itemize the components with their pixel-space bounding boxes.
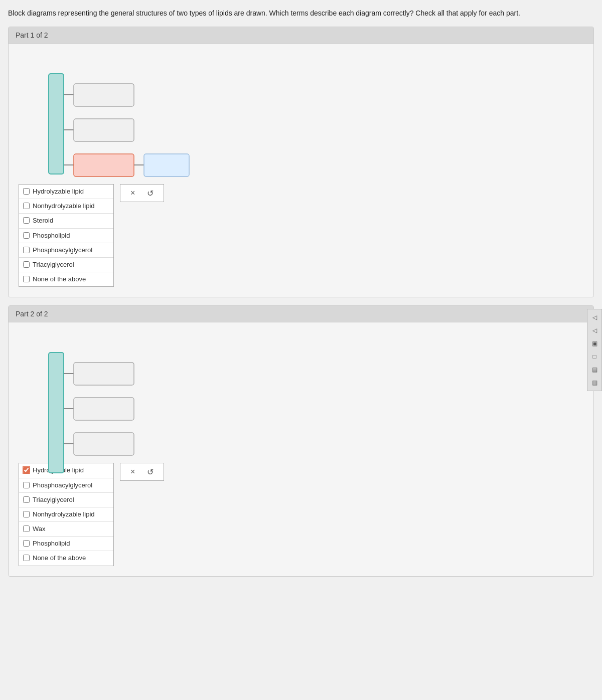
answer-area-1: Hydrolyzable lipidNonhydrolyzable lipidS… — [19, 184, 583, 287]
svg-rect-13 — [74, 398, 134, 420]
checkbox-p2_nonhydro[interactable] — [23, 511, 30, 517]
checkbox-p2_phosphoacyl[interactable] — [23, 482, 30, 488]
checkbox-p2_none[interactable] — [23, 555, 30, 561]
checkbox-label-p1_nonhydro: Nonhydrolyzable lipid — [33, 202, 95, 211]
checkbox-item-1-4[interactable]: Phospholipid — [19, 229, 113, 243]
part-1: Part 1 of 2Hydrolyzable lipidNonhydrolyz… — [8, 27, 594, 297]
sidebar-icon-6[interactable]: ▥ — [588, 377, 600, 389]
checkbox-p1_nonhydro[interactable] — [23, 203, 30, 209]
checkbox-label-p1_none: None of the above — [33, 275, 86, 284]
checkbox-p2_phospholipid[interactable] — [23, 540, 30, 547]
svg-rect-2 — [74, 84, 134, 106]
checkbox-item-2-2[interactable]: Phosphoacylglycerol — [19, 478, 113, 493]
checkbox-label-p2_nonhydro: Nonhydrolyzable lipid — [33, 510, 95, 519]
diagram-1 — [19, 54, 583, 174]
part-2-header: Part 2 of 2 — [9, 306, 593, 322]
svg-rect-9 — [49, 353, 64, 473]
svg-rect-6 — [74, 154, 134, 177]
checkbox-item-2-7[interactable]: None of the above — [19, 551, 113, 565]
checkbox-list-2: Hydrolyzable lipidPhosphoacylglycerolTri… — [19, 463, 114, 566]
part-1-header: Part 1 of 2 — [9, 27, 593, 44]
checkbox-label-p2_none: None of the above — [33, 554, 86, 563]
checkbox-item-1-7[interactable]: None of the above — [19, 272, 113, 286]
checkbox-item-2-5[interactable]: Wax — [19, 522, 113, 537]
checkbox-item-2-3[interactable]: Triacylglycerol — [19, 493, 113, 507]
checkbox-label-p2_phosphoacyl: Phosphoacylglycerol — [33, 481, 92, 490]
checkbox-item-1-3[interactable]: Steroid — [19, 214, 113, 228]
checkbox-label-p2_triacyl: Triacylglycerol — [33, 495, 74, 504]
sidebar-icon-4[interactable]: □ — [588, 351, 600, 363]
svg-rect-4 — [74, 119, 134, 141]
checkbox-label-p1_steroid: Steroid — [33, 216, 53, 225]
checkbox-p2_wax[interactable] — [23, 526, 30, 532]
sidebar-icon-3[interactable]: ▣ — [588, 337, 600, 349]
checkbox-label-p1_phosphoacyl: Phosphoacylglycerol — [33, 246, 92, 255]
checkbox-item-1-5[interactable]: Phosphoacylglycerol — [19, 243, 113, 258]
checkbox-label-p2_wax: Wax — [33, 524, 46, 534]
svg-rect-11 — [74, 363, 134, 385]
svg-rect-0 — [49, 74, 64, 174]
checkbox-label-p1_phospholipid: Phospholipid — [33, 231, 70, 240]
checkbox-p1_triacyl[interactable] — [23, 261, 30, 268]
sidebar-panel: ◁ ◁ ▣ □ ▤ ▥ — [587, 309, 602, 391]
sidebar-icon-2[interactable]: ◁ — [588, 324, 600, 336]
checkbox-label-p1_triacyl: Triacylglycerol — [33, 260, 74, 269]
svg-rect-8 — [144, 154, 189, 177]
sidebar-icon-5[interactable]: ▤ — [588, 364, 600, 376]
svg-rect-15 — [74, 433, 134, 455]
checkbox-label-p2_phospholipid: Phospholipid — [33, 539, 70, 548]
checkbox-item-1-2[interactable]: Nonhydrolyzable lipid — [19, 199, 113, 214]
part-2: Part 2 of 2Hydrolyzable lipidPhosphoacyl… — [8, 305, 594, 576]
checkbox-p1_phospholipid[interactable] — [23, 232, 30, 239]
checkbox-p1_none[interactable] — [23, 276, 30, 282]
checkbox-p2_triacyl[interactable] — [23, 496, 30, 503]
checkbox-item-1-6[interactable]: Triacylglycerol — [19, 258, 113, 272]
answer-area-2: Hydrolyzable lipidPhosphoacylglycerolTri… — [19, 463, 583, 566]
checkbox-item-2-4[interactable]: Nonhydrolyzable lipid — [19, 507, 113, 522]
sidebar-icon-1[interactable]: ◁ — [588, 311, 600, 323]
checkbox-list-1: Hydrolyzable lipidNonhydrolyzable lipidS… — [19, 184, 114, 287]
checkbox-p1_steroid[interactable] — [23, 217, 30, 224]
checkbox-p1_phosphoacyl[interactable] — [23, 247, 30, 253]
question-text: Block diagrams representing the general … — [8, 8, 594, 19]
checkbox-item-2-6[interactable]: Phospholipid — [19, 537, 113, 551]
diagram-2 — [19, 332, 583, 453]
